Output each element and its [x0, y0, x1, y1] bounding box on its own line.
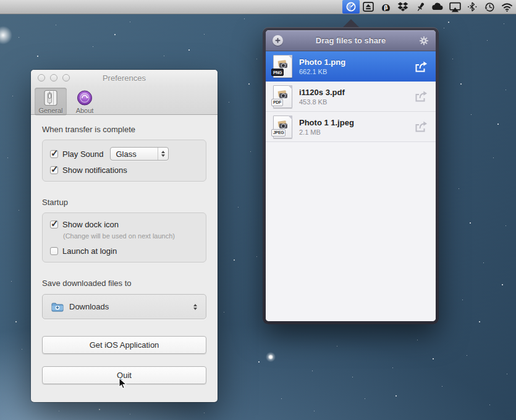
add-file-button[interactable] [273, 35, 283, 46]
transfer-group-box: Play Sound Glass Show notifications [42, 140, 206, 182]
file-list-empty-area [266, 142, 436, 321]
wifi-icon[interactable] [498, 0, 515, 14]
save-folder-value: Downloads [69, 302, 109, 311]
svg-text:β: β [384, 4, 388, 10]
tab-about[interactable]: About [69, 88, 101, 116]
file-info: Photo 1.png 662.1 KB [299, 57, 408, 75]
save-folder-select[interactable]: Downloads [42, 294, 206, 319]
window-controls [38, 74, 70, 82]
file-list: PNG Photo 1.png 662.1 KB [266, 51, 436, 321]
page-fold [288, 116, 292, 120]
airplay-icon[interactable] [446, 0, 463, 14]
sound-select-value: Glass [116, 149, 137, 159]
png-document-icon: PNG [273, 55, 292, 78]
beta-face-icon[interactable]: β [377, 0, 394, 14]
share-link-icon[interactable] [413, 61, 428, 73]
section-heading-transfer: When transfer is complete [42, 125, 206, 134]
preferences-content: When transfer is complete Play Sound Gla… [31, 115, 218, 384]
file-name: Photo 1.png [299, 57, 408, 67]
file-size: 2.1 MB [299, 128, 408, 136]
show-notifications-checkbox[interactable] [50, 166, 58, 174]
file-info: i1120s 3.pdf 453.8 KB [299, 88, 408, 106]
popover-body: Drag files to share [266, 30, 436, 321]
pin-icon[interactable] [412, 0, 429, 14]
title-bar[interactable]: Preferences [31, 70, 218, 86]
tab-general[interactable]: General [35, 88, 67, 116]
bright-star [0, 26, 12, 44]
share-popover: Drag files to share [263, 27, 439, 324]
popover-header: Drag files to share [266, 30, 436, 51]
eject-icon[interactable] [360, 0, 377, 14]
minimize-button[interactable] [50, 74, 57, 82]
file-name: Photo 1 1.jpeg [299, 118, 408, 127]
bright-star [266, 352, 276, 362]
page-fold [288, 85, 292, 90]
file-type-badge: PDF [271, 99, 283, 106]
close-button[interactable] [38, 74, 45, 82]
popover-arrow [343, 19, 359, 27]
preferences-toolbar: General About [31, 86, 218, 115]
tab-label: About [76, 107, 94, 114]
launch-at-login-label: Launch at login [62, 246, 117, 256]
file-info: Photo 1 1.jpeg 2.1 MB [299, 118, 408, 136]
file-row[interactable]: JPEG Photo 1 1.jpeg 2.1 MB [266, 112, 436, 142]
light-switch-icon [43, 90, 59, 106]
file-size: 662.1 KB [299, 68, 408, 75]
zoom-button[interactable] [62, 74, 70, 82]
file-row[interactable]: PNG Photo 1.png 662.1 KB [266, 51, 436, 82]
downloads-folder-icon [51, 302, 64, 312]
menu-bar: β [0, 0, 516, 14]
jpeg-document-icon: JPEG [273, 116, 292, 138]
droplr-app-icon[interactable] [342, 0, 360, 14]
pdf-document-icon: PDF [273, 85, 292, 108]
dock-change-hint: (Change will be used on next launch) [63, 232, 198, 240]
about-app-icon [77, 90, 93, 106]
play-sound-label: Play Sound [62, 149, 104, 159]
time-machine-icon[interactable] [481, 0, 498, 14]
gear-icon[interactable] [419, 36, 429, 46]
cloud-icon[interactable] [429, 0, 446, 14]
stepper-arrows-icon [193, 304, 197, 310]
file-type-badge: PNG [271, 69, 284, 76]
window-title: Preferences [103, 74, 146, 83]
play-sound-checkbox[interactable] [50, 150, 58, 158]
show-dock-icon-label: Show dock icon [62, 220, 119, 229]
share-link-icon[interactable] [413, 120, 428, 133]
popover-title: Drag files to share [316, 36, 386, 45]
section-heading-startup: Startup [42, 198, 206, 207]
mouse-cursor [119, 377, 127, 392]
sound-select[interactable]: Glass [110, 147, 169, 161]
dropbox-icon[interactable] [394, 0, 412, 14]
file-size: 453.8 KB [299, 98, 408, 106]
file-name: i1120s 3.pdf [299, 88, 408, 97]
preferences-window: Preferences General [31, 70, 218, 402]
menu-bar-status-icons: β [342, 0, 515, 14]
show-notifications-label: Show notifications [62, 166, 127, 175]
section-heading-save: Save downloaded files to [42, 279, 206, 288]
file-row[interactable]: PDF i1120s 3.pdf 453.8 KB [266, 82, 436, 112]
show-dock-icon-checkbox[interactable] [50, 220, 58, 229]
file-type-badge: JPEG [271, 129, 285, 136]
startup-group-box: Show dock icon (Change will be used on n… [42, 212, 206, 262]
stepper-arrows-icon [158, 148, 168, 160]
get-ios-app-button[interactable]: Get iOS Application [42, 336, 206, 354]
launch-at-login-checkbox[interactable] [50, 247, 58, 255]
page-fold [288, 55, 292, 59]
bluetooth-icon[interactable] [463, 0, 481, 14]
share-link-icon[interactable] [413, 90, 428, 103]
tab-label: General [38, 107, 62, 114]
